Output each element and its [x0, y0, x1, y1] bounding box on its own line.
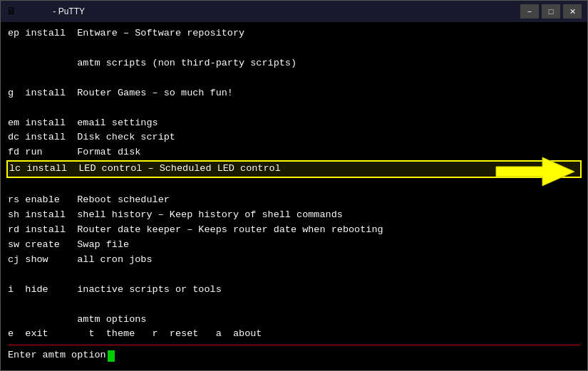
terminal-line: dc install Disk check script [8, 130, 580, 145]
terminal-line: sh install shell history – Keep history … [8, 208, 580, 223]
putty-window: 🖥 - PuTTY − □ ✕ ep install Entware – Sof… [0, 0, 588, 371]
terminal-line: i hide inactive scripts or tools [8, 283, 580, 298]
terminal-body[interactable]: ep install Entware – Software repository… [1, 22, 587, 370]
prompt-area[interactable]: Enter amtm option [8, 345, 580, 363]
terminal-line: sw create Swap file [8, 238, 580, 253]
terminal-line: rd install Router date keeper – Keeps ro… [8, 223, 580, 238]
terminal-line-empty [8, 41, 580, 56]
terminal-line: e exit t theme r reset a about [8, 327, 580, 342]
titlebar: 🖥 - PuTTY − □ ✕ [1, 1, 587, 22]
close-button[interactable]: ✕ [563, 4, 582, 19]
terminal-line-empty [8, 101, 580, 116]
terminal-line-empty [8, 298, 580, 313]
terminal-line-empty [8, 268, 580, 283]
terminal-line: cj show all cron jobs [8, 253, 580, 268]
putty-icon: 🖥 [6, 6, 18, 17]
terminal-line: g install Router Games – so much fun! [8, 86, 580, 101]
terminal-line-empty [8, 71, 580, 86]
minimize-button[interactable]: − [520, 4, 539, 19]
titlebar-controls: − □ ✕ [520, 4, 582, 19]
arrow-annotation [489, 154, 574, 189]
prompt-text: Enter amtm option [8, 348, 106, 363]
yellow-arrow-icon [489, 154, 574, 189]
svg-marker-0 [496, 157, 574, 186]
terminal-line: em install email settings [8, 116, 580, 131]
terminal-line: ep install Entware – Software repository [8, 26, 580, 41]
restore-button[interactable]: □ [542, 4, 560, 19]
titlebar-title: - PuTTY [22, 6, 85, 16]
terminal-line: rs enable Reboot scheduler [8, 193, 580, 208]
terminal-cursor [108, 350, 115, 362]
titlebar-left: 🖥 - PuTTY [6, 6, 85, 17]
terminal-line: amtm options [8, 313, 580, 328]
terminal-line: amtm scripts (non third-party scripts) [8, 56, 580, 71]
